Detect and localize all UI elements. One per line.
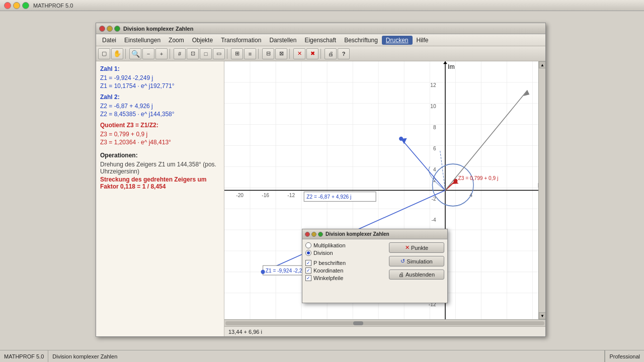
menu-beschriftung[interactable]: Beschriftung [340,36,382,45]
tb-sep5 [289,49,291,59]
radio-multiplikation-circle[interactable] [305,242,311,248]
tb-help[interactable]: ? [338,48,350,59]
status-version: Professional [605,350,644,362]
app-title-buttons[interactable] [99,26,120,32]
radio-division[interactable]: Division [305,250,385,256]
tb-square[interactable]: □ [200,48,212,59]
tb-zoom-in-plus[interactable]: + [155,48,168,59]
svg-text:Im: Im [448,63,455,70]
main-title-text: MATHPROF 5.0 [33,3,73,9]
app-min-button[interactable] [107,26,113,32]
app-title-bar: Division komplexer Zahlen [96,23,545,34]
tb-select-tool[interactable]: ▢ [98,48,110,59]
tb-table[interactable]: ⊞ [231,48,243,59]
svg-point-61 [399,137,403,141]
tb-sep4 [258,49,260,59]
zahl2-title: Zahl 2: [100,94,220,101]
close-button[interactable] [4,2,11,9]
check-koordinaten[interactable]: ✓ Koordinaten [305,267,385,274]
punkte-button[interactable]: ✕ Punkte [389,242,444,253]
tb-hand-tool[interactable]: ✋ [111,48,123,59]
status-windowname: Division komplexer Zahlen [48,350,605,362]
left-panel: Zahl 1: Z1 = -9,924 -2,249 j Z1 = 10,175… [96,61,224,336]
main-title-bar: MATHPROF 5.0 [0,0,644,11]
sub-content: Multiplikation Division ✓ P beschriften … [302,239,447,284]
check-p-beschriften[interactable]: ✓ P beschriften [305,260,385,266]
status-appname: MATHPROF 5.0 [0,350,48,362]
op-title: Operationen: [100,152,220,159]
radio-division-circle[interactable] [305,250,311,256]
minimize-button[interactable] [13,2,20,9]
sub-min-btn[interactable] [311,232,316,237]
scroll-down-arrow[interactable]: ▼ [539,312,545,319]
quotient-line2: Z3 = 1,20364 · e^ j48,413° [100,139,220,146]
sub-max-btn[interactable] [318,232,323,237]
svg-text:10: 10 [430,104,436,109]
title-bar-buttons[interactable] [4,2,29,9]
scroll-track [225,321,544,325]
tb-zoom-out[interactable]: 🔍 [129,48,141,59]
scroll-up-arrow[interactable]: ▲ [539,61,545,68]
menu-einstellungen[interactable]: Einstellungen [120,36,165,45]
app-close-button[interactable] [99,26,105,32]
svg-text:Z2  = -6,87 + 4,926 j: Z2 = -6,87 + 4,926 j [306,194,351,200]
svg-text:-20: -20 [236,193,244,198]
zahl2-line2: Z2 = 8,45385 · e^ j144,358° [100,111,220,118]
sub-close-btn[interactable] [305,232,310,237]
zahl1-title: Zahl 1: [100,65,220,72]
hide-icon: 🖨 [398,272,404,278]
tb-col2[interactable]: ⊠ [275,48,287,59]
check-p-beschriften-box[interactable]: ✓ [305,260,311,266]
bottom-scrollbar[interactable] [224,319,545,326]
svg-text:12: 12 [430,82,436,88]
tb-close-x[interactable]: ✕ [293,48,305,59]
svg-text:8: 8 [433,125,436,130]
svg-point-64 [261,270,265,274]
svg-text:6: 6 [433,146,436,151]
check-koordinaten-box[interactable]: ✓ [305,267,311,274]
menu-transformation[interactable]: Transformation [217,36,265,45]
menu-darstellen[interactable]: Darstellen [265,36,300,45]
svg-text:4: 4 [433,167,436,172]
menu-eigenschaft[interactable]: Eigenschaft [300,36,340,45]
svg-text:-2: -2 [431,196,436,202]
radio-multiplikation[interactable]: Multiplikation [305,242,385,248]
check-winkelpfeile-box[interactable]: ✓ [305,275,311,281]
radio-group: Multiplikation Division [305,242,385,256]
ausblenden-button[interactable]: 🖨 Ausblenden [389,269,444,280]
tb-print[interactable]: 🖨 [325,48,337,59]
sub-title-bar: Division komplexer Zahlen [302,229,447,239]
sim-icon: ↺ [400,258,405,264]
right-scrollbar[interactable]: ▲ ▼ [538,61,545,319]
tb-fit[interactable]: ⊡ [187,48,199,59]
tb-col1[interactable]: ⊟ [262,48,274,59]
tb-close2[interactable]: ✖ [306,48,318,59]
x-icon: ✕ [405,244,410,251]
quotient-line1: Z3 = 0,799 + 0,9 j [100,131,220,138]
op-line2: Streckung des gedrehten Zeigers um Fakto… [100,176,220,190]
sub-title-text: Division komplexer Zahlen [326,231,389,237]
menu-drucken[interactable]: Drucken [382,36,413,45]
tb-chart[interactable]: ≡ [244,48,256,59]
graph-status: 13,44 + 6,96 i [224,326,545,336]
tb-grid[interactable]: # [174,48,186,59]
menu-objekte[interactable]: Objekte [188,36,217,45]
check-group: ✓ P beschriften ✓ Koordinaten ✓ Winkelpf… [305,260,385,281]
menu-datei[interactable]: Datei [98,36,120,45]
menu-zoom[interactable]: Zoom [165,36,188,45]
scroll-thumb[interactable] [353,321,363,325]
tb-sep2 [170,49,172,59]
graph-coordinates: 13,44 + 6,96 i [228,329,262,335]
simulation-button[interactable]: ↺ Simulation [389,256,444,266]
menu-hilfe[interactable]: Hilfe [413,36,433,45]
maximize-button[interactable] [22,2,29,9]
app-title-text: Division komplexer Zahlen [123,26,193,32]
tb-zoom-in-minus[interactable]: − [142,48,154,59]
check-winkelpfeile[interactable]: ✓ Winkelpfeile [305,275,385,281]
op-line1: Drehung des Zeigers Z1 um 144,358° (pos.… [100,161,220,175]
svg-text:-12: -12 [287,193,295,198]
app-max-button[interactable] [114,26,120,32]
sub-title-buttons[interactable] [305,232,323,237]
toolbar: ▢ ✋ 🔍 − + # ⊡ □ ▭ ⊞ ≡ ⊟ ⊠ ✕ ✖ 🖨 ? [96,46,545,61]
tb-frame2[interactable]: ▭ [213,48,225,59]
